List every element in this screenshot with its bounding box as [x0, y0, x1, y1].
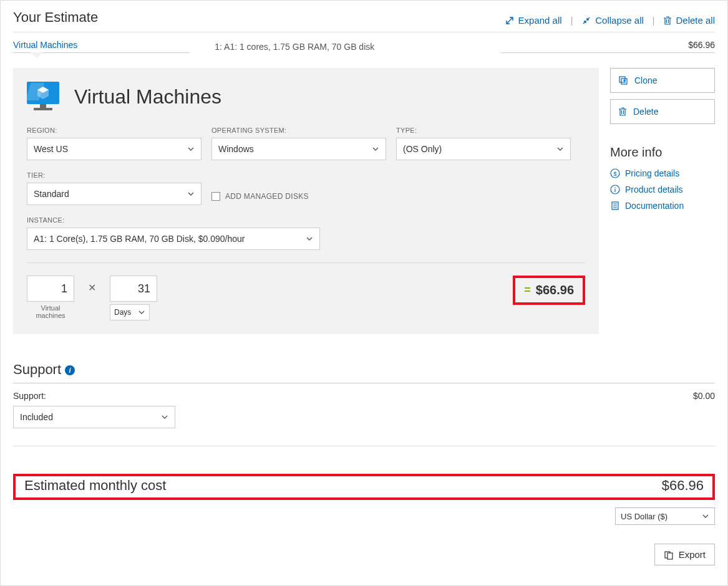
- support-select[interactable]: Included: [13, 406, 175, 428]
- chevron-down-icon: [702, 512, 709, 520]
- product-details-link[interactable]: Product details: [610, 185, 715, 195]
- export-label: Export: [679, 549, 706, 560]
- type-value: (OS Only): [403, 144, 442, 154]
- vm-count-group: 1 Virtual machines: [27, 276, 74, 319]
- tier-label: TIER:: [27, 171, 201, 179]
- managed-disks-checkbox[interactable]: ADD MANAGED DISKS: [211, 188, 309, 205]
- docs-label: Documentation: [625, 201, 684, 211]
- instance-label: INSTANCE:: [27, 216, 320, 224]
- subtotal-box: = $66.96: [513, 276, 585, 305]
- tier-select[interactable]: Standard: [27, 183, 201, 205]
- duration-group: 31 Days: [110, 276, 157, 320]
- separator: |: [571, 16, 573, 26]
- total-label: Estimated monthly cost: [24, 478, 166, 494]
- svg-text:$: $: [613, 171, 616, 177]
- type-select[interactable]: (OS Only): [396, 138, 571, 160]
- pricing-details-link[interactable]: $ Pricing details: [610, 168, 715, 178]
- delete-label: Delete: [633, 107, 658, 117]
- os-label: OPERATING SYSTEM:: [211, 127, 386, 134]
- region-select[interactable]: West US: [27, 138, 201, 160]
- region-label: REGION:: [27, 127, 201, 134]
- collapse-icon: [581, 16, 591, 26]
- support-row: Support: $0.00: [13, 391, 715, 401]
- page-title: Your Estimate: [13, 9, 98, 26]
- header-actions: Expand all | Collapse all | Delete all: [505, 15, 715, 26]
- total-box: Estimated monthly cost $66.96: [13, 474, 715, 500]
- documentation-link[interactable]: Documentation: [610, 201, 715, 211]
- support-cost: $0.00: [693, 391, 715, 401]
- panel-head: Virtual Machines: [27, 82, 585, 112]
- expand-all-link[interactable]: Expand all: [505, 15, 562, 26]
- expand-icon: [505, 16, 515, 26]
- expand-all-text: Expand all: [518, 15, 562, 26]
- tab-label-wrap: Virtual Machines: [13, 40, 190, 53]
- delete-all-link[interactable]: Delete all: [663, 15, 715, 26]
- clone-button[interactable]: Clone: [610, 68, 715, 93]
- delete-all-text: Delete all: [676, 15, 715, 26]
- support-value: Included: [20, 412, 53, 422]
- separator: |: [653, 16, 655, 26]
- vm-count-label: Virtual machines: [27, 304, 74, 319]
- currency-value: US Dollar ($): [621, 512, 667, 521]
- equals-icon: =: [524, 284, 531, 297]
- document-icon: [610, 201, 620, 211]
- support-label: Support:: [13, 391, 46, 401]
- tab-cost: $66.96: [688, 40, 715, 50]
- info-icon: [610, 185, 620, 195]
- chevron-down-icon: [372, 145, 379, 153]
- trash-icon: [618, 107, 627, 117]
- virtual-machine-icon: [27, 82, 59, 112]
- export-icon: [664, 550, 674, 560]
- instance-value: A1: 1 Core(s), 1.75 GB RAM, 70 GB Disk, …: [34, 234, 245, 244]
- dollar-icon: $: [610, 168, 620, 178]
- pricing-label: Pricing details: [625, 168, 679, 178]
- vm-count-input[interactable]: 1: [27, 276, 74, 302]
- more-info-heading: More info: [610, 145, 715, 160]
- sidebar: Clone Delete More info $ Pricing details…: [610, 68, 715, 334]
- info-icon[interactable]: i: [65, 365, 75, 375]
- chevron-down-icon: [306, 235, 313, 243]
- tier-value: Standard: [34, 189, 69, 199]
- trash-icon: [663, 16, 672, 26]
- estimate-tab-row: Virtual Machines 1: A1: 1 cores, 1.75 GB…: [13, 32, 715, 57]
- currency-select[interactable]: US Dollar ($): [615, 507, 715, 525]
- chevron-down-icon: [187, 145, 195, 153]
- collapse-all-text: Collapse all: [595, 15, 644, 26]
- multiply-icon: ✕: [88, 282, 96, 294]
- chevron-down-icon: [161, 413, 168, 421]
- product-label: Product details: [625, 185, 683, 195]
- os-value: Windows: [218, 144, 254, 154]
- clone-label: Clone: [634, 75, 658, 85]
- divider: [27, 262, 585, 263]
- duration-unit-select[interactable]: Days: [110, 304, 150, 320]
- vm-config-panel: Virtual Machines REGION: West US OPERATI…: [13, 68, 599, 334]
- total-value: $66.96: [662, 478, 704, 494]
- duration-unit-value: Days: [114, 308, 131, 317]
- divider: [13, 446, 715, 446]
- delete-button[interactable]: Delete: [610, 99, 715, 124]
- os-select[interactable]: Windows: [211, 138, 386, 160]
- tab-virtual-machines[interactable]: Virtual Machines: [13, 40, 77, 50]
- support-section: Support i Support: $0.00 Included: [13, 362, 715, 428]
- chevron-down-icon: [138, 309, 145, 316]
- svg-point-5: [614, 187, 616, 188]
- tab-summary: 1: A1: 1 cores, 1.75 GB RAM, 70 GB disk: [190, 42, 501, 52]
- panel-title: Virtual Machines: [74, 85, 221, 108]
- estimate-header: Your Estimate Expand all | Collapse all …: [13, 9, 715, 32]
- svg-rect-8: [667, 553, 672, 559]
- calc-row: 1 Virtual machines ✕ 31 Days = $66.96: [27, 276, 585, 320]
- subtotal-value: $66.96: [536, 283, 574, 297]
- clone-icon: [618, 75, 628, 85]
- managed-disks-label: ADD MANAGED DISKS: [225, 192, 309, 201]
- export-button[interactable]: Export: [654, 544, 715, 565]
- chevron-down-icon: [187, 190, 195, 198]
- tab-cost-wrap: $66.96: [501, 40, 715, 53]
- chevron-down-icon: [556, 145, 564, 153]
- checkbox-icon: [211, 192, 220, 201]
- type-label: TYPE:: [396, 127, 571, 134]
- instance-select[interactable]: A1: 1 Core(s), 1.75 GB RAM, 70 GB Disk, …: [27, 228, 320, 250]
- duration-input[interactable]: 31: [110, 276, 157, 302]
- support-heading: Support i: [13, 362, 715, 383]
- footer: US Dollar ($) Export: [13, 507, 715, 565]
- collapse-all-link[interactable]: Collapse all: [581, 15, 644, 26]
